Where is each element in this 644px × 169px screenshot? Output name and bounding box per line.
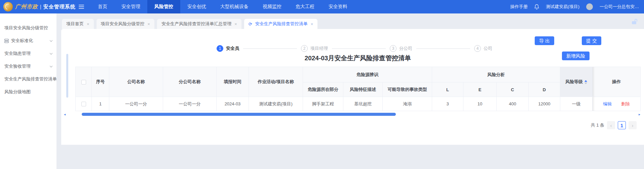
- topbar-right: 操作手册 测试建安易(项目) 一公司一分总包安全...: [510, 3, 644, 10]
- tab-label: 项目安全风险分级管控: [101, 21, 145, 27]
- total-count: 共 1 条: [591, 122, 604, 128]
- sidebar-item-label: 安全隐患管理: [4, 50, 31, 57]
- close-icon[interactable]: ×: [311, 22, 313, 27]
- collapse-menu-icon[interactable]: [79, 5, 84, 9]
- sidebar-item-safety-acceptance[interactable]: 安全验收管理: [0, 60, 56, 73]
- nav-item-safety-excellence[interactable]: 安全创优: [180, 0, 213, 13]
- step-connector: [332, 48, 386, 49]
- close-icon[interactable]: ×: [234, 22, 237, 27]
- tab-risk-checklist[interactable]: ⟳ 安全生产风险排查管控清单 ×: [244, 19, 318, 29]
- cell-hazard-part: 脚手架工程: [303, 97, 343, 111]
- cell-report-time: 2024-03: [217, 97, 249, 111]
- tab-bar: 项目首页 × 项目安全风险分级管控 × 安全生产风险排查管控清单汇总管理 × ⟳…: [56, 13, 644, 29]
- sidebar-item-label: 项目安全风险分级管控: [4, 25, 48, 31]
- sidebar-item-risk-grading-map[interactable]: 风险分级地图: [0, 86, 56, 98]
- chevron-down-icon: [50, 39, 52, 42]
- sidebar-item-label: 风险分级地图: [4, 89, 31, 95]
- header-checkbox[interactable]: [81, 80, 86, 84]
- sidebar-item-hidden-danger[interactable]: 安全隐患管理: [0, 47, 56, 60]
- vertical-scrollbar[interactable]: [66, 54, 68, 98]
- content-card: 导 出 提 交 新增风险 1 安全员 2 项目经理 3 分公司: [61, 29, 644, 145]
- page-1-button[interactable]: 1: [618, 121, 626, 129]
- step-connector: [416, 48, 470, 49]
- chevron-down-icon: [50, 65, 52, 67]
- col-e-header: E: [463, 82, 497, 97]
- app-title: 安全管理系统: [43, 4, 76, 10]
- lock-icon[interactable]: [632, 19, 637, 24]
- risk-table-wrap: 序号 公司名称 分公司名称 填报时间 作业活动/项目名称 危险源辨识 风险分析 …: [75, 67, 640, 111]
- horizontal-scrollbar-thumb[interactable]: [82, 113, 396, 116]
- manual-link[interactable]: 操作手册: [510, 4, 528, 10]
- close-icon[interactable]: ×: [87, 22, 89, 27]
- col-activity-header: 作业活动/项目名称: [249, 67, 303, 97]
- company-logo-icon: [3, 2, 13, 11]
- row-checkbox[interactable]: [81, 102, 86, 106]
- nav-item-safety-mgmt[interactable]: 安全管理: [114, 0, 147, 13]
- scroll-left-icon[interactable]: ◂: [64, 112, 66, 116]
- tab-checklist-summary-mgmt[interactable]: 安全生产风险排查管控清单汇总管理 ×: [157, 19, 241, 29]
- export-button[interactable]: 导 出: [535, 36, 554, 45]
- brand-org-name: 广州市政: [15, 3, 38, 10]
- step-label: 项目经理: [310, 45, 328, 52]
- step-number: 4: [474, 45, 481, 52]
- cell-seq: 1: [92, 97, 109, 111]
- cell-hazard-feature: 基坑超挖: [343, 97, 383, 111]
- brand: 广州市政 | 安全管理系统: [0, 2, 76, 11]
- sidebar-item-project-risk-grading[interactable]: 项目安全风险分级管控: [0, 22, 56, 34]
- cell-operation: 编辑删除: [593, 97, 641, 111]
- scroll-right-icon[interactable]: ▸: [639, 112, 640, 116]
- nav-item-machinery[interactable]: 大型机械设备: [213, 0, 256, 13]
- table-row: 1 一公司一分 一公司一分 2024-03 测试建安易(项目) 脚手架工程 基坑…: [76, 97, 641, 111]
- close-icon[interactable]: ×: [148, 22, 150, 27]
- top-nav: 首页 安全管理 风险管控 安全创优 大型机械设备 视频监控 危大工程 安全资料: [91, 0, 354, 13]
- sidebar-item-label: 安全生产风险排查管控清单汇总: [4, 76, 56, 82]
- sidebar-item-risk-checklist-summary[interactable]: 安全生产风险排查管控清单汇总: [0, 73, 56, 86]
- risk-table: 序号 公司名称 分公司名称 填报时间 作业活动/项目名称 危险源辨识 风险分析 …: [75, 67, 641, 111]
- username[interactable]: 一公司一分总包安全...: [600, 4, 639, 10]
- project-name[interactable]: 测试建安易(项目): [546, 4, 579, 10]
- step-project-manager: 2 项目经理: [301, 45, 328, 52]
- col-report-time-header: 填报时间: [217, 67, 249, 97]
- nav-item-major-projects[interactable]: 危大工程: [289, 0, 321, 13]
- sort-icon[interactable]: [584, 80, 587, 84]
- cell-l: 3: [432, 97, 463, 111]
- content-area: 项目首页 × 项目安全风险分级管控 × 安全生产风险排查管控清单汇总管理 × ⟳…: [56, 13, 644, 169]
- tab-project-risk-grading[interactable]: 项目安全风险分级管控 ×: [97, 19, 155, 29]
- risk-level-label: 风险等级: [565, 79, 583, 84]
- submit-button[interactable]: 提 交: [582, 36, 601, 45]
- nav-item-home[interactable]: 首页: [91, 0, 114, 13]
- col-accident-type-header: 可能导致的事故类型: [383, 82, 432, 97]
- prev-page-button[interactable]: ‹: [607, 121, 615, 129]
- cell-c: 400: [497, 97, 529, 111]
- tab-label: 项目首页: [66, 21, 84, 27]
- edit-link[interactable]: 编辑: [603, 101, 612, 106]
- sidebar-item-label: 安全验收管理: [4, 63, 31, 69]
- delete-link[interactable]: 删除: [621, 101, 630, 106]
- row-select-cell: [76, 97, 92, 111]
- step-connector: [243, 48, 297, 49]
- col-hazard-feature-header: 风险特征描述: [343, 82, 383, 97]
- nav-item-risk-control[interactable]: 风险管控: [147, 0, 180, 13]
- tab-project-home[interactable]: 项目首页 ×: [62, 19, 94, 29]
- bell-icon[interactable]: [534, 4, 539, 10]
- main-area: 项目安全风险分级管控 安全标准化 安全隐患管理 安全验收管理 安全生产风险排查管…: [0, 13, 644, 169]
- sidebar-item-safety-standardization[interactable]: 安全标准化: [0, 34, 56, 47]
- step-safety-officer: 1 安全员: [217, 45, 239, 52]
- step-label: 公司: [484, 45, 492, 52]
- step-number: 2: [301, 45, 308, 52]
- avatar[interactable]: [586, 3, 593, 10]
- col-hazard-part-header: 危险源所在部分: [303, 82, 343, 97]
- col-branch-header: 分公司名称: [163, 67, 217, 97]
- cell-risk-level: 一级: [560, 97, 593, 111]
- step-number: 1: [217, 45, 223, 52]
- nav-item-safety-docs[interactable]: 安全资料: [321, 0, 354, 13]
- horizontal-scrollbar: ◂ ▸: [64, 112, 640, 117]
- step-branch-company: 3 分公司: [390, 45, 412, 52]
- sidebar: 项目安全风险分级管控 安全标准化 安全隐患管理 安全验收管理 安全生产风险排查管…: [0, 13, 56, 169]
- col-risk-level-header: 风险等级: [560, 67, 593, 97]
- cell-branch: 一公司一分: [163, 97, 217, 111]
- col-c-header: C: [497, 82, 529, 97]
- step-number: 3: [390, 45, 396, 52]
- next-page-button[interactable]: ›: [629, 121, 637, 129]
- nav-item-video-monitor[interactable]: 视频监控: [256, 0, 289, 13]
